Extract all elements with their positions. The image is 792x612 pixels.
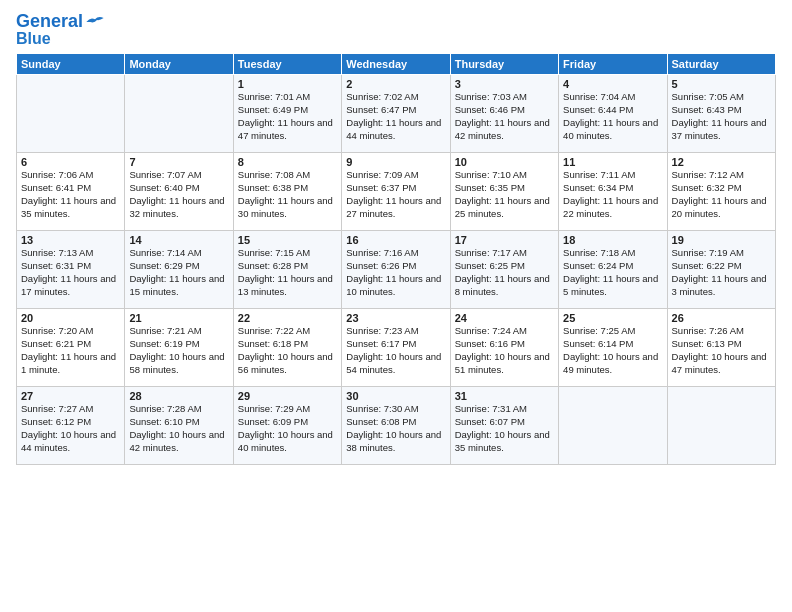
day-info: Sunrise: 7:06 AMSunset: 6:41 PMDaylight:… — [21, 169, 120, 220]
day-cell: 14Sunrise: 7:14 AMSunset: 6:29 PMDayligh… — [125, 231, 233, 309]
week-row-3: 20Sunrise: 7:20 AMSunset: 6:21 PMDayligh… — [17, 309, 776, 387]
day-cell: 23Sunrise: 7:23 AMSunset: 6:17 PMDayligh… — [342, 309, 450, 387]
day-cell: 4Sunrise: 7:04 AMSunset: 6:44 PMDaylight… — [559, 75, 667, 153]
week-row-1: 6Sunrise: 7:06 AMSunset: 6:41 PMDaylight… — [17, 153, 776, 231]
day-info: Sunrise: 7:13 AMSunset: 6:31 PMDaylight:… — [21, 247, 120, 298]
day-number: 8 — [238, 156, 337, 168]
header-cell-monday: Monday — [125, 54, 233, 75]
day-number: 31 — [455, 390, 554, 402]
logo-bird-icon — [85, 15, 105, 29]
day-cell: 9Sunrise: 7:09 AMSunset: 6:37 PMDaylight… — [342, 153, 450, 231]
day-cell: 21Sunrise: 7:21 AMSunset: 6:19 PMDayligh… — [125, 309, 233, 387]
day-number: 25 — [563, 312, 662, 324]
day-info: Sunrise: 7:07 AMSunset: 6:40 PMDaylight:… — [129, 169, 228, 220]
day-info: Sunrise: 7:27 AMSunset: 6:12 PMDaylight:… — [21, 403, 120, 454]
day-info: Sunrise: 7:02 AMSunset: 6:47 PMDaylight:… — [346, 91, 445, 142]
day-cell: 30Sunrise: 7:30 AMSunset: 6:08 PMDayligh… — [342, 387, 450, 465]
day-info: Sunrise: 7:05 AMSunset: 6:43 PMDaylight:… — [672, 91, 771, 142]
day-number: 27 — [21, 390, 120, 402]
day-number: 19 — [672, 234, 771, 246]
day-cell: 16Sunrise: 7:16 AMSunset: 6:26 PMDayligh… — [342, 231, 450, 309]
header-cell-thursday: Thursday — [450, 54, 558, 75]
day-number: 7 — [129, 156, 228, 168]
day-info: Sunrise: 7:18 AMSunset: 6:24 PMDaylight:… — [563, 247, 662, 298]
day-number: 22 — [238, 312, 337, 324]
day-cell: 20Sunrise: 7:20 AMSunset: 6:21 PMDayligh… — [17, 309, 125, 387]
day-cell: 6Sunrise: 7:06 AMSunset: 6:41 PMDaylight… — [17, 153, 125, 231]
week-row-4: 27Sunrise: 7:27 AMSunset: 6:12 PMDayligh… — [17, 387, 776, 465]
day-number: 21 — [129, 312, 228, 324]
day-number: 2 — [346, 78, 445, 90]
day-number: 16 — [346, 234, 445, 246]
day-info: Sunrise: 7:12 AMSunset: 6:32 PMDaylight:… — [672, 169, 771, 220]
day-cell: 28Sunrise: 7:28 AMSunset: 6:10 PMDayligh… — [125, 387, 233, 465]
header-cell-saturday: Saturday — [667, 54, 775, 75]
header-cell-sunday: Sunday — [17, 54, 125, 75]
day-cell: 12Sunrise: 7:12 AMSunset: 6:32 PMDayligh… — [667, 153, 775, 231]
day-number: 29 — [238, 390, 337, 402]
week-row-0: 1Sunrise: 7:01 AMSunset: 6:49 PMDaylight… — [17, 75, 776, 153]
day-info: Sunrise: 7:20 AMSunset: 6:21 PMDaylight:… — [21, 325, 120, 376]
day-cell — [667, 387, 775, 465]
header-row: SundayMondayTuesdayWednesdayThursdayFrid… — [17, 54, 776, 75]
page: General Blue SundayMondayTuesdayWednesda… — [0, 0, 792, 473]
day-info: Sunrise: 7:15 AMSunset: 6:28 PMDaylight:… — [238, 247, 337, 298]
day-cell: 24Sunrise: 7:24 AMSunset: 6:16 PMDayligh… — [450, 309, 558, 387]
day-number: 6 — [21, 156, 120, 168]
day-number: 3 — [455, 78, 554, 90]
day-info: Sunrise: 7:11 AMSunset: 6:34 PMDaylight:… — [563, 169, 662, 220]
day-cell: 10Sunrise: 7:10 AMSunset: 6:35 PMDayligh… — [450, 153, 558, 231]
day-info: Sunrise: 7:23 AMSunset: 6:17 PMDaylight:… — [346, 325, 445, 376]
day-cell: 13Sunrise: 7:13 AMSunset: 6:31 PMDayligh… — [17, 231, 125, 309]
day-cell: 17Sunrise: 7:17 AMSunset: 6:25 PMDayligh… — [450, 231, 558, 309]
day-number: 1 — [238, 78, 337, 90]
day-info: Sunrise: 7:29 AMSunset: 6:09 PMDaylight:… — [238, 403, 337, 454]
header-cell-wednesday: Wednesday — [342, 54, 450, 75]
header-cell-friday: Friday — [559, 54, 667, 75]
day-cell: 29Sunrise: 7:29 AMSunset: 6:09 PMDayligh… — [233, 387, 341, 465]
day-info: Sunrise: 7:26 AMSunset: 6:13 PMDaylight:… — [672, 325, 771, 376]
day-number: 13 — [21, 234, 120, 246]
day-cell — [559, 387, 667, 465]
day-cell: 2Sunrise: 7:02 AMSunset: 6:47 PMDaylight… — [342, 75, 450, 153]
day-info: Sunrise: 7:21 AMSunset: 6:19 PMDaylight:… — [129, 325, 228, 376]
day-number: 30 — [346, 390, 445, 402]
day-number: 23 — [346, 312, 445, 324]
day-info: Sunrise: 7:31 AMSunset: 6:07 PMDaylight:… — [455, 403, 554, 454]
day-cell: 19Sunrise: 7:19 AMSunset: 6:22 PMDayligh… — [667, 231, 775, 309]
day-cell: 3Sunrise: 7:03 AMSunset: 6:46 PMDaylight… — [450, 75, 558, 153]
day-info: Sunrise: 7:10 AMSunset: 6:35 PMDaylight:… — [455, 169, 554, 220]
day-info: Sunrise: 7:22 AMSunset: 6:18 PMDaylight:… — [238, 325, 337, 376]
day-cell: 15Sunrise: 7:15 AMSunset: 6:28 PMDayligh… — [233, 231, 341, 309]
day-cell: 18Sunrise: 7:18 AMSunset: 6:24 PMDayligh… — [559, 231, 667, 309]
day-number: 18 — [563, 234, 662, 246]
day-info: Sunrise: 7:19 AMSunset: 6:22 PMDaylight:… — [672, 247, 771, 298]
day-info: Sunrise: 7:09 AMSunset: 6:37 PMDaylight:… — [346, 169, 445, 220]
day-info: Sunrise: 7:14 AMSunset: 6:29 PMDaylight:… — [129, 247, 228, 298]
logo-blue-text: Blue — [16, 30, 51, 48]
day-info: Sunrise: 7:25 AMSunset: 6:14 PMDaylight:… — [563, 325, 662, 376]
header: General Blue — [16, 12, 776, 47]
day-cell: 25Sunrise: 7:25 AMSunset: 6:14 PMDayligh… — [559, 309, 667, 387]
day-number: 15 — [238, 234, 337, 246]
day-number: 5 — [672, 78, 771, 90]
header-cell-tuesday: Tuesday — [233, 54, 341, 75]
day-cell: 7Sunrise: 7:07 AMSunset: 6:40 PMDaylight… — [125, 153, 233, 231]
day-number: 14 — [129, 234, 228, 246]
day-cell: 31Sunrise: 7:31 AMSunset: 6:07 PMDayligh… — [450, 387, 558, 465]
day-cell — [125, 75, 233, 153]
day-info: Sunrise: 7:24 AMSunset: 6:16 PMDaylight:… — [455, 325, 554, 376]
day-number: 20 — [21, 312, 120, 324]
day-cell: 8Sunrise: 7:08 AMSunset: 6:38 PMDaylight… — [233, 153, 341, 231]
logo: General Blue — [16, 12, 105, 47]
day-number: 4 — [563, 78, 662, 90]
day-info: Sunrise: 7:17 AMSunset: 6:25 PMDaylight:… — [455, 247, 554, 298]
day-cell — [17, 75, 125, 153]
calendar-table: SundayMondayTuesdayWednesdayThursdayFrid… — [16, 53, 776, 465]
day-cell: 5Sunrise: 7:05 AMSunset: 6:43 PMDaylight… — [667, 75, 775, 153]
day-info: Sunrise: 7:08 AMSunset: 6:38 PMDaylight:… — [238, 169, 337, 220]
day-number: 24 — [455, 312, 554, 324]
week-row-2: 13Sunrise: 7:13 AMSunset: 6:31 PMDayligh… — [17, 231, 776, 309]
day-info: Sunrise: 7:04 AMSunset: 6:44 PMDaylight:… — [563, 91, 662, 142]
day-cell: 1Sunrise: 7:01 AMSunset: 6:49 PMDaylight… — [233, 75, 341, 153]
